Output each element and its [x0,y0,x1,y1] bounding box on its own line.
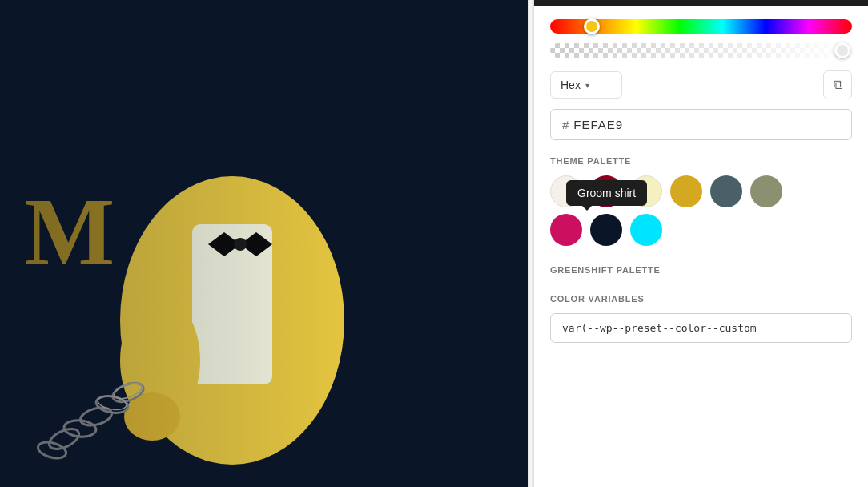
copy-button[interactable]: ⧉ [823,70,852,99]
top-bar [534,0,868,6]
alpha-thumb[interactable] [834,42,850,58]
hue-thumb[interactable] [584,18,600,34]
color-picker-panel: Hex ▾ ⧉ # FEFAE9 THEME PALETTE G [533,0,868,487]
hex-section: # FEFAE9 [534,109,868,156]
swatch-light-yellow[interactable] [630,175,662,207]
color-variables-label: COLOR VARIABLES [550,294,852,304]
color-variables-section: COLOR VARIABLES [534,294,868,352]
copy-icon: ⧉ [834,78,842,92]
swatch-dark-red[interactable] [590,175,622,207]
color-variable-input[interactable] [550,313,852,343]
theme-palette-label: THEME PALETTE [550,156,852,166]
theme-palette-row1 [550,175,852,207]
swatch-hot-pink[interactable] [550,214,582,246]
greenshift-palette-label: GREENSHIFT PALETTE [550,265,852,275]
spectrum-section [534,6,868,70]
swatch-sage[interactable] [750,175,782,207]
theme-palette-row2: Groom shirt [550,214,852,246]
format-row: Hex ▾ ⧉ [534,70,868,109]
chevron-down-icon: ▾ [585,81,589,90]
swatch-cyan[interactable] [630,214,662,246]
swatch-gold[interactable] [670,175,702,207]
greenshift-palette-section: GREENSHIFT PALETTE [534,265,868,294]
hex-value: FEFAE9 [573,118,623,131]
swatch-cream[interactable] [550,175,582,207]
swatch-navy[interactable] [590,214,622,246]
hex-hash: # [562,118,569,131]
svg-rect-17 [0,0,528,487]
hex-input-row[interactable]: # FEFAE9 [550,109,852,140]
alpha-slider[interactable] [550,43,852,58]
swatch-steel-blue[interactable] [710,175,742,207]
hue-slider[interactable] [550,19,852,34]
format-label: Hex [561,78,581,91]
image-panel: M [0,0,528,487]
theme-palette-section: THEME PALETTE Groom shirt [534,156,868,265]
format-select[interactable]: Hex ▾ [550,71,622,99]
